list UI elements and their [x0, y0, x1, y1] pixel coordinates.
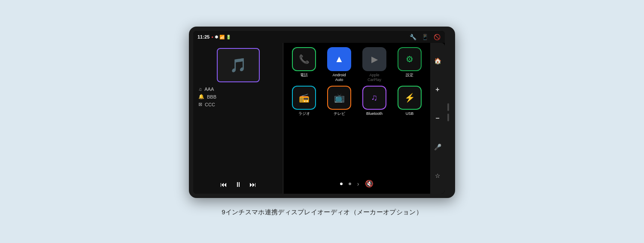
- carplay-icon-box: ▶: [362, 47, 386, 71]
- bluetooth-status-icon: ✱: [215, 35, 218, 39]
- bluetooth-label: Bluetooth: [366, 111, 383, 116]
- no-icon: 🚫: [434, 34, 440, 40]
- phys-btn-2: [447, 114, 449, 121]
- phone-label: 電話: [300, 73, 308, 78]
- microphone-button[interactable]: 🎤: [431, 141, 444, 153]
- app-tv[interactable]: 📺 テレビ: [324, 86, 355, 116]
- album-name: CCC: [205, 102, 215, 107]
- android-auto-label: AndroidAuto: [332, 73, 346, 82]
- pause-button[interactable]: ⏸: [235, 181, 242, 189]
- radio-label: ラジオ: [298, 111, 310, 116]
- prev-button[interactable]: ⏮: [220, 181, 227, 189]
- home-button[interactable]: 🏠: [431, 55, 444, 67]
- app-usb[interactable]: ⚡ USB: [394, 86, 425, 116]
- settings-label: 設定: [406, 73, 413, 78]
- app-phone[interactable]: 📞 電話: [289, 47, 319, 82]
- player-controls: ⏮ ⏸ ⏭: [198, 177, 278, 189]
- main-wrapper: 11:25 ● ✱ 📶 🔋 🔧 📱 🚫: [189, 27, 455, 216]
- app-row-1: 📞 電話 ▲ AndroidAuto ▶: [289, 47, 425, 82]
- pager-dot-2: [349, 183, 351, 185]
- app-settings[interactable]: ⚙ 設定: [394, 47, 425, 82]
- main-content: 🎵 ♫ AAA 🔔 BBB ⊠ CCC: [193, 43, 445, 194]
- phone-icon: 📞: [299, 54, 310, 64]
- pager-dot-1: [340, 183, 343, 185]
- song-icon: ♫: [198, 87, 202, 92]
- tv-icon: 📺: [334, 93, 345, 103]
- favorites-button[interactable]: ☆: [431, 170, 444, 182]
- pager-next-arrow[interactable]: ›: [357, 180, 359, 187]
- battery-icon: 🔋: [226, 35, 231, 39]
- now-playing-panel: 🎵 ♫ AAA 🔔 BBB ⊠ CCC: [193, 43, 283, 194]
- usb-icon: ⚡: [404, 93, 415, 103]
- signal-icon: 📶: [219, 35, 225, 39]
- android-auto-icon: ▲: [334, 54, 344, 65]
- album-row: ⊠ CCC: [198, 102, 278, 107]
- status-left: 11:25 ● ✱ 📶 🔋: [197, 34, 231, 39]
- notification-dot: ●: [211, 35, 213, 39]
- carplay-icon: ▶: [371, 54, 378, 64]
- status-icons: ● ✱ 📶 🔋: [211, 35, 231, 39]
- bluetooth-icon-box: ♫: [362, 86, 386, 110]
- artist-row: 🔔 BBB: [198, 94, 278, 99]
- caption: 9インチスマホ連携ディスプレイオーディオ（メーカーオプション）: [222, 208, 422, 216]
- music-note-icon: 🎵: [230, 57, 247, 73]
- no-sound-icon[interactable]: 🔇: [365, 180, 374, 188]
- status-right: 🔧 📱 🚫: [410, 34, 440, 40]
- car-audio-device: 11:25 ● ✱ 📶 🔋 🔧 📱 🚫: [189, 27, 455, 198]
- tv-icon-box: 📺: [327, 86, 351, 110]
- app-android-auto[interactable]: ▲ AndroidAuto: [324, 47, 355, 82]
- phone-icon-box: 📞: [292, 47, 316, 71]
- time-display: 11:25: [197, 34, 210, 39]
- physical-buttons: [446, 31, 451, 194]
- next-button[interactable]: ⏭: [249, 181, 256, 189]
- app-bluetooth[interactable]: ♫ Bluetooth: [359, 86, 390, 116]
- artist-name: BBB: [207, 94, 216, 99]
- phone-outline-icon: 📱: [422, 34, 428, 40]
- app-grid-panel: 📞 電話 ▲ AndroidAuto ▶: [283, 43, 430, 194]
- album-icon: ⊠: [198, 102, 202, 107]
- volume-down-button[interactable]: −: [431, 112, 444, 124]
- pager: › 🔇: [289, 180, 425, 189]
- settings-icon: ⚙: [406, 54, 413, 64]
- carplay-label: AppleCarPlay: [368, 73, 381, 82]
- song-title: AAA: [204, 87, 214, 92]
- status-bar: 11:25 ● ✱ 📶 🔋 🔧 📱 🚫: [193, 31, 445, 43]
- usb-label: USB: [406, 111, 414, 116]
- album-art: 🎵: [217, 48, 260, 82]
- settings-icon-box: ⚙: [398, 47, 422, 71]
- radio-icon: 📻: [299, 93, 310, 103]
- app-carplay[interactable]: ▶ AppleCarPlay: [359, 47, 390, 82]
- android-auto-icon-box: ▲: [327, 47, 351, 71]
- usb-icon-box: ⚡: [398, 86, 422, 110]
- side-buttons: 🏠 + − 🎤 ☆: [430, 43, 445, 194]
- song-row: ♫ AAA: [198, 87, 278, 92]
- app-row-2: 📻 ラジオ 📺 テレビ ♫: [289, 86, 425, 116]
- phys-btn-1: [447, 103, 449, 111]
- radio-icon-box: 📻: [292, 86, 316, 110]
- artist-icon: 🔔: [198, 94, 204, 99]
- app-radio[interactable]: 📻 ラジオ: [289, 86, 319, 116]
- wrench-icon: 🔧: [410, 34, 416, 40]
- screen: 11:25 ● ✱ 📶 🔋 🔧 📱 🚫: [193, 31, 445, 194]
- volume-up-button[interactable]: +: [431, 84, 444, 96]
- tv-label: テレビ: [334, 111, 345, 116]
- bluetooth-icon: ♫: [371, 93, 378, 102]
- track-info: ♫ AAA 🔔 BBB ⊠ CCC: [198, 87, 278, 107]
